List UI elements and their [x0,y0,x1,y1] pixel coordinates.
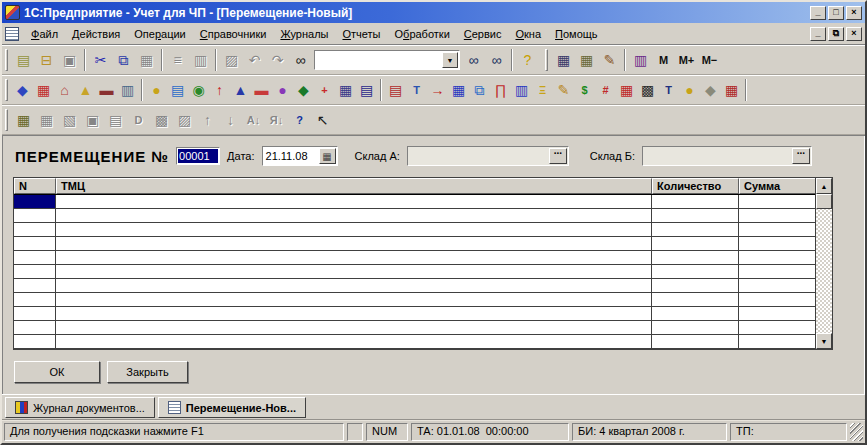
warehouse-a-field[interactable]: ... [407,146,569,166]
vertical-scrollbar[interactable]: ▲ ▼ [815,178,832,349]
table-cell[interactable] [56,237,652,250]
view-button[interactable]: ▨ [220,48,243,72]
table-cell[interactable] [56,195,652,208]
move-up-button[interactable]: ↑ [196,108,219,132]
coins-doc-button[interactable]: Ξ [532,78,553,102]
scrollbar-track[interactable] [816,209,832,333]
table-cell[interactable] [739,307,815,320]
vehicles-button[interactable]: ▬ [96,78,117,102]
table-cell[interactable] [652,265,739,278]
print-button[interactable]: ≡ [166,48,189,72]
table-cell[interactable] [739,321,815,334]
coin-button[interactable]: ● [679,78,700,102]
redo-button[interactable]: ↷ [266,48,289,72]
table-cell[interactable] [739,293,815,306]
toolbar-grip[interactable] [5,109,8,131]
scroll-down-icon[interactable]: ▼ [816,333,832,349]
menu-item-Действия[interactable]: Действия [65,25,127,43]
search-combobox[interactable]: ▼ [314,50,460,70]
book-pages-button[interactable]: ⧉ [469,78,490,102]
menu-item-Справочники[interactable]: Справочники [193,25,274,43]
calculator-red-button[interactable]: ▦ [721,78,742,102]
vehicle-doc-button[interactable]: ▬ [251,78,272,102]
table-cell[interactable] [14,293,56,306]
bank-book-button[interactable]: ▤ [167,78,188,102]
table-cell[interactable] [14,237,56,250]
menu-item-Отчеты[interactable]: Отчеты [335,25,387,43]
table-cell[interactable] [56,265,652,278]
edit-row-button[interactable]: ▧ [58,108,81,132]
combo-dropdown-icon[interactable]: ▼ [442,52,458,68]
calendar-tool-button[interactable]: ▦ [575,48,598,72]
fax-device-button[interactable]: ▥ [511,78,532,102]
app-icon[interactable] [5,5,20,20]
table-cell[interactable] [652,293,739,306]
guide-book-button[interactable]: ▥ [629,48,652,72]
table-cell[interactable] [14,321,56,334]
column-header-ТМЦ[interactable]: ТМЦ [56,178,652,194]
table-cell[interactable] [652,279,739,292]
resize-grip[interactable] [850,423,863,441]
formula-button[interactable]: ✎ [598,48,621,72]
journal-grid-button[interactable]: ▦ [616,78,637,102]
table-cell[interactable] [652,237,739,250]
table-cell[interactable] [652,223,739,236]
table-cell[interactable] [739,265,815,278]
save-row-button[interactable]: ▣ [81,108,104,132]
money-coins-button[interactable]: ● [146,78,167,102]
scroll-up-icon[interactable]: ▲ [816,178,832,194]
sort-desc-button[interactable]: Я↓ [265,108,288,132]
invoice-doc-button[interactable]: ▤ [385,78,406,102]
money-bag-button[interactable]: ◉ [188,78,209,102]
move-down-button[interactable]: ↓ [219,108,242,132]
sphere-button[interactable]: ● [272,78,293,102]
copier-button[interactable]: ▦ [335,78,356,102]
menu-item-Сервис[interactable]: Сервис [457,25,509,43]
mdi-minimize-button[interactable]: _ [810,27,826,41]
bag-button[interactable]: ◆ [293,78,314,102]
help-topic-button[interactable]: ? [288,108,311,132]
table-cell[interactable] [652,335,739,348]
medical-cross-button[interactable]: + [314,78,335,102]
table-cell[interactable] [56,209,652,222]
copy-row-button[interactable]: ▦ [35,108,58,132]
find-row-button[interactable]: ▨ [173,108,196,132]
people-pair-button[interactable]: ∏ [490,78,511,102]
column-header-Сумма[interactable]: Сумма [739,178,815,194]
undo-button[interactable]: ↶ [243,48,266,72]
products-button[interactable]: ▦ [33,78,54,102]
cut-button[interactable]: ✂ [89,48,112,72]
paste-button[interactable]: ▦ [135,48,158,72]
menu-item-Окна[interactable]: Окна [508,25,548,43]
pencil-write-button[interactable]: ✎ [553,78,574,102]
table-cell[interactable] [14,251,56,264]
abacus-button[interactable]: # [595,78,616,102]
warehouse-a-browse-button[interactable]: ... [549,148,567,164]
cash-register-button[interactable]: ▦ [448,78,469,102]
person-report-button[interactable]: ▤ [356,78,377,102]
mdi-close-button[interactable]: × [846,27,862,41]
income-doc-button[interactable]: ↑ [209,78,230,102]
calculator-button[interactable]: ▦ [552,48,575,72]
menu-item-Файл[interactable]: Файл [24,25,65,43]
open-folder-button[interactable]: ⊟ [35,48,58,72]
new-document-button[interactable]: ▤ [12,48,35,72]
mdi-restore-button[interactable]: ⧉ [828,27,844,41]
ledger-book-button[interactable]: ◆ [700,78,721,102]
close-button[interactable]: × [846,6,862,20]
table-cell[interactable] [652,251,739,264]
toolbar-grip[interactable] [545,49,548,71]
toolbar-grip[interactable] [5,49,8,71]
table-cell[interactable] [14,223,56,236]
table-cell[interactable] [739,223,815,236]
minimize-button[interactable]: _ [810,6,826,20]
toolbar-grip[interactable] [5,79,8,101]
close-form-button[interactable]: Закрыть [107,361,188,383]
help-button[interactable]: ? [516,48,539,72]
text-doc-button[interactable]: T [406,78,427,102]
title-doc-button[interactable]: T [658,78,679,102]
cabinet-button[interactable]: ▥ [117,78,138,102]
document-number-field[interactable]: 00001 [176,147,220,165]
employees-button[interactable]: ▲ [75,78,96,102]
menu-item-Операции[interactable]: Операции [127,25,192,43]
